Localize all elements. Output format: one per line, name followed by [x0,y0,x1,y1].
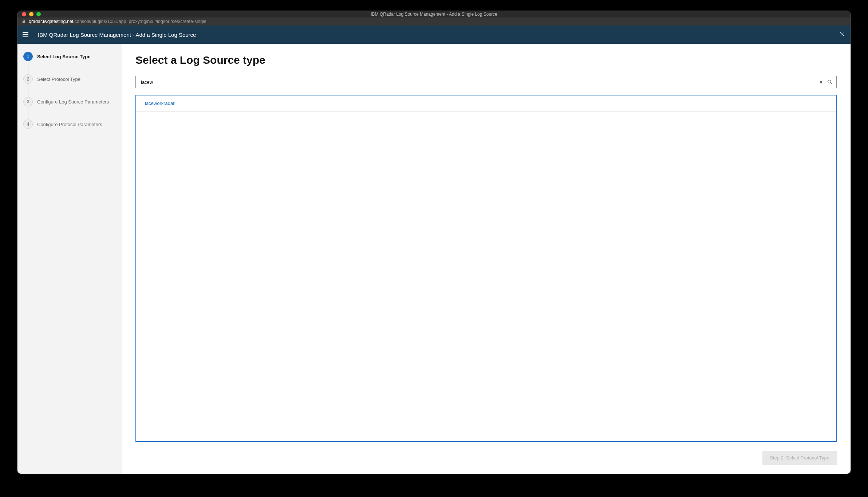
step-connector [28,61,28,74]
step-3[interactable]: 3 Configure Log Source Parameters [23,97,116,120]
close-icon[interactable] [838,30,845,39]
log-source-type-option[interactable]: laceworkradar [136,95,836,111]
results-list: laceworkradar [135,95,837,442]
clear-search-icon[interactable] [818,79,824,85]
window-close-button[interactable] [22,12,26,16]
search-icon[interactable] [827,79,833,85]
app-header: IBM QRadar Log Source Management - Add a… [17,26,851,44]
window-maximize-button[interactable] [36,12,41,16]
step-label: Select Protocol Type [37,77,80,82]
result-label: laceworkradar [145,101,175,106]
window-minimize-button[interactable] [29,12,33,16]
step-4[interactable]: 4 Configure Protocol Parameters [23,120,116,129]
svg-point-0 [828,80,831,83]
search-container [135,76,837,88]
window-title: IBM QRadar Log Source Management - Add a… [371,12,497,17]
step-2[interactable]: 2 Select Protocol Type [23,74,116,97]
footer-actions: Step 2: Select Protocol Type [135,442,837,465]
step-label: Configure Log Source Parameters [37,99,109,105]
step-connector [28,106,28,120]
stepper-sidebar: 1 Select Log Source Type 2 Select Protoc… [17,44,122,474]
app-title: IBM QRadar Log Source Management - Add a… [38,32,196,38]
next-step-button[interactable]: Step 2: Select Protocol Type [762,451,837,465]
hamburger-menu-icon[interactable] [23,31,30,38]
url-host: qradar.lwqatesting.net [29,19,73,24]
step-number: 1 [23,52,33,61]
page-title: Select a Log Source type [135,54,837,66]
url-path: /console/plugins/1051/app_proxy:nginx/#/… [73,19,206,24]
content-area: 1 Select Log Source Type 2 Select Protoc… [17,44,851,474]
step-number: 2 [23,74,33,84]
url-text: qradar.lwqatesting.net/console/plugins/1… [29,19,206,24]
main-panel: Select a Log Source type laceworkradar S… [122,44,851,474]
step-label: Select Log Source Type [37,54,90,59]
step-connector [28,84,28,97]
traffic-lights [22,12,41,16]
step-1[interactable]: 1 Select Log Source Type [23,52,116,74]
lock-icon [22,19,26,24]
step-label: Configure Protocol Parameters [37,122,102,127]
window-titlebar: IBM QRadar Log Source Management - Add a… [17,11,851,17]
log-source-type-search-input[interactable] [141,79,815,85]
step-number: 4 [23,120,33,129]
address-bar[interactable]: qradar.lwqatesting.net/console/plugins/1… [17,17,851,26]
step-number: 3 [23,97,33,106]
browser-window: IBM QRadar Log Source Management - Add a… [17,11,851,474]
